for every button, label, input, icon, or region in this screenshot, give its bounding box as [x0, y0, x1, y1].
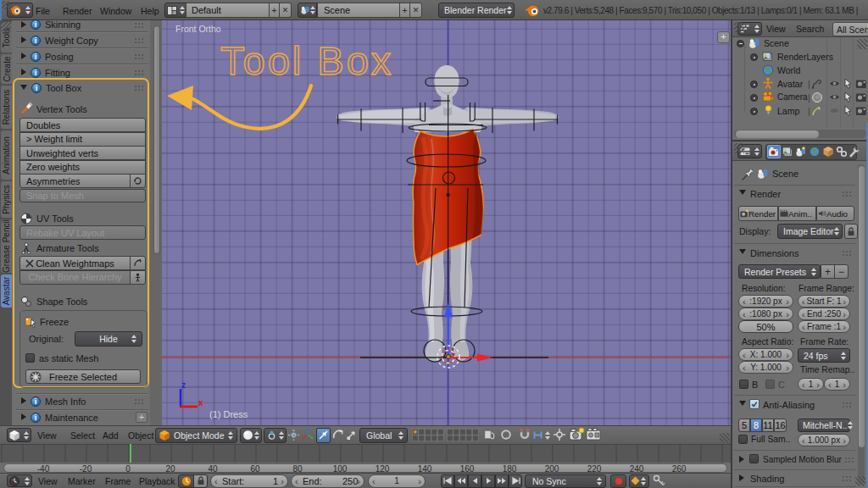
svg-text:(1) Dress: (1) Dress: [209, 409, 248, 419]
svg-text:z: z: [181, 380, 186, 390]
svg-text:Front Ortho: Front Ortho: [175, 24, 221, 34]
svg-text:Tool Box: Tool Box: [220, 38, 393, 83]
svg-text:x: x: [198, 398, 203, 408]
